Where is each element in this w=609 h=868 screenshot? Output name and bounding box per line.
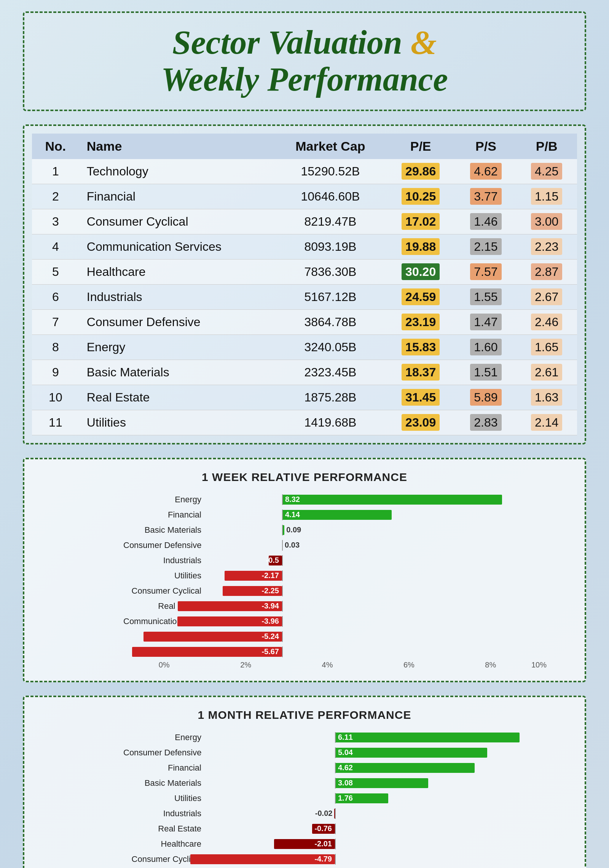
bar-value-inside: 4.14 [282, 510, 303, 519]
bar-row: Consumer Defensive5.04 [123, 746, 547, 759]
ps-badge: 1.60 [470, 339, 501, 355]
table-row: 1 Technology 15290.52B 29.86 4.62 4.25 [32, 159, 577, 184]
title-box: Sector Valuation & Weekly Performance [23, 11, 586, 111]
bar-value-inside-neg: -3.94 [258, 602, 282, 610]
cell-pb: 4.25 [516, 159, 577, 184]
zero-line [335, 854, 336, 865]
cell-name: Financial [79, 184, 275, 209]
bar-row: Consumer Cyclical-2.25 [123, 585, 547, 597]
table-row: 5 Healthcare 7836.30B 30.20 7.57 2.87 [32, 259, 577, 284]
bar-area: 1.76 [123, 793, 547, 804]
bar-value-inside: 5.04 [335, 748, 356, 757]
cell-name: Basic Materials [79, 360, 275, 385]
table-row: 2 Financial 10646.60B 10.25 3.77 1.15 [32, 184, 577, 209]
zero-line [282, 555, 283, 566]
cell-no: 6 [32, 284, 79, 309]
cell-ps: 2.15 [456, 234, 517, 259]
bar: 4.62 [335, 763, 475, 773]
pb-badge: 1.65 [531, 339, 562, 355]
zero-line [335, 778, 336, 788]
cell-pe: 23.19 [386, 309, 456, 334]
bar-area: 4.14 [123, 510, 547, 520]
zero-line [335, 732, 336, 743]
chart1-section: 1 WEEK RELATIVE PERFORMANCE Energy8.32Fi… [23, 458, 586, 682]
bar-value-inside-neg: -4.79 [311, 855, 335, 863]
cell-pe: 18.37 [386, 360, 456, 385]
zero-line [335, 747, 336, 758]
cell-pe: 15.83 [386, 334, 456, 360]
zero-line [282, 647, 283, 657]
cell-name: Real Estate [79, 385, 275, 410]
title-ampersand: & [411, 24, 437, 61]
bar-row: Consumer Cyclical-4.79 [123, 853, 547, 866]
table-row: 6 Industrials 5167.12B 24.59 1.55 2.67 [32, 284, 577, 309]
bar-value-inside: 3.08 [335, 779, 356, 787]
chart2-title: 1 MONTH RELATIVE PERFORMANCE [40, 709, 569, 721]
bar-row: Basic Materials3.08 [123, 777, 547, 790]
ps-badge: 1.51 [470, 364, 501, 381]
cell-ps: 1.47 [456, 309, 517, 334]
bar: -2.25 [223, 586, 282, 596]
cell-pe: 10.25 [386, 184, 456, 209]
cell-pb: 3.00 [516, 209, 577, 234]
bar-value-inside-neg: -0.76 [311, 824, 335, 833]
pe-badge: 23.09 [402, 414, 440, 431]
ps-badge: 3.77 [470, 188, 501, 205]
bar-area: -4.79 [123, 854, 547, 865]
pe-badge: 30.20 [402, 263, 440, 280]
zero-line [335, 839, 336, 849]
table-row: 7 Consumer Defensive 3864.78B 23.19 1.47… [32, 309, 577, 334]
pe-badge: 19.88 [402, 238, 440, 255]
chart2-section: 1 MONTH RELATIVE PERFORMANCE Energy6.11C… [23, 696, 586, 868]
zero-line [335, 808, 336, 819]
table-row: 10 Real Estate 1875.28B 31.45 5.89 1.63 [32, 385, 577, 410]
cell-ps: 1.46 [456, 209, 517, 234]
bar-area: -0.02 [123, 808, 547, 819]
bar-row: Healthcare-2.01 [123, 838, 547, 850]
cell-pb: 2.14 [516, 410, 577, 435]
bar-area: 6.11 [123, 732, 547, 743]
cell-marketcap: 8219.47B [275, 209, 386, 234]
bar-value-inside: 1.76 [335, 794, 356, 803]
cell-pb: 2.67 [516, 284, 577, 309]
ps-badge: 7.57 [470, 263, 501, 280]
ps-badge: 1.46 [470, 213, 501, 230]
bar-value-inside-neg: -5.24 [258, 632, 282, 641]
bar-row: Energy8.32 [123, 493, 547, 506]
cell-pe: 24.59 [386, 284, 456, 309]
page-title: Sector Valuation & Weekly Performance [40, 24, 569, 98]
cell-no: 3 [32, 209, 79, 234]
zero-line [335, 823, 336, 834]
bar: 6.11 [335, 733, 520, 742]
pb-badge: 3.00 [531, 213, 562, 230]
bar-area: -0.5 [123, 555, 547, 566]
pb-badge: 2.67 [531, 288, 562, 305]
bar-value-inside: 4.62 [335, 763, 356, 772]
bar: -0.76 [312, 824, 335, 834]
col-header-pe: P/E [386, 134, 456, 159]
ps-badge: 1.47 [470, 314, 501, 330]
pe-badge: 17.02 [402, 213, 440, 230]
bar-value-inside: 6.11 [335, 733, 356, 742]
pe-badge: 29.86 [402, 163, 440, 180]
cell-marketcap: 3864.78B [275, 309, 386, 334]
bar-area: -0.76 [123, 823, 547, 834]
cell-pb: 1.63 [516, 385, 577, 410]
pb-badge: 2.87 [531, 263, 562, 280]
bar-area: -3.96 [123, 616, 547, 627]
col-header-name: Name [79, 134, 275, 159]
cell-ps: 3.77 [456, 184, 517, 209]
table-row: 4 Communication Services 8093.19B 19.88 … [32, 234, 577, 259]
table-row: 3 Consumer Cyclical 8219.47B 17.02 1.46 … [32, 209, 577, 234]
bar: -5.67 [132, 647, 282, 657]
ps-badge: 2.15 [470, 238, 501, 255]
cell-no: 2 [32, 184, 79, 209]
cell-marketcap: 8093.19B [275, 234, 386, 259]
zero-line [282, 616, 283, 627]
x-axis-tick: 2% [205, 661, 286, 669]
bar: -5.24 [143, 632, 282, 642]
bar-row: Utilities-2.17 [123, 569, 547, 582]
bar-row: Real Estate-3.94 [123, 600, 547, 613]
cell-name: Utilities [79, 410, 275, 435]
bar: 8.32 [282, 495, 502, 505]
